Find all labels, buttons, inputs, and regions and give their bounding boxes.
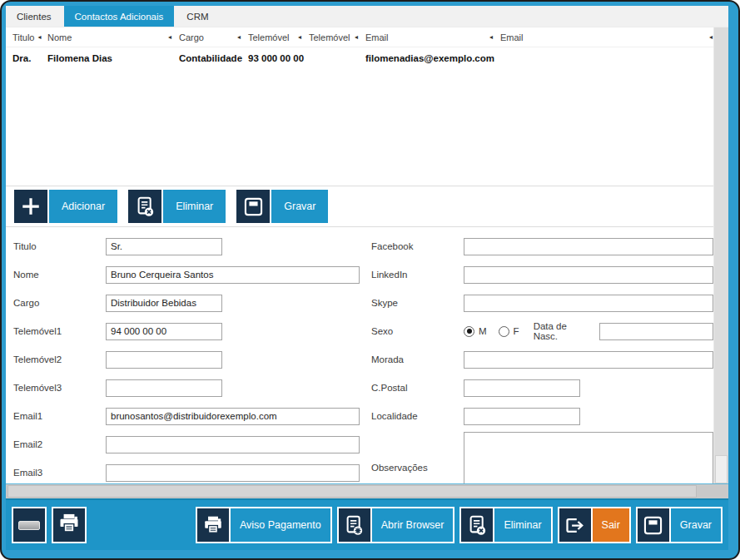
display-icon (18, 521, 40, 530)
morada-label: Morada (371, 354, 464, 364)
print-button[interactable] (52, 507, 87, 543)
horizontal-scrollbar[interactable] (6, 483, 728, 498)
cell-nome: Filomena Dias (41, 47, 172, 69)
tab-bar: Clientes Contactos Adicionais CRM (6, 6, 728, 27)
telemovel1-label: Telemóvel1 (13, 326, 106, 336)
data-nasc-label: Data de Nasc. (534, 321, 592, 341)
column-header-telemovel2[interactable]: Telemóvel ◂ (302, 27, 359, 47)
facebook-field[interactable] (464, 238, 713, 255)
email1-label: Email1 (13, 411, 106, 421)
document-gear-icon (339, 508, 370, 542)
titulo-field[interactable] (106, 238, 222, 255)
contacts-grid: Titulo ◂ Nome ◂ Cargo ◂ Telemóvel (6, 27, 713, 186)
cell-titulo: Dra. (6, 47, 41, 69)
save-icon (236, 190, 270, 223)
column-header-email1[interactable]: Email ◂ (359, 27, 494, 47)
sair-button[interactable]: Sair (558, 507, 631, 543)
cargo-label: Cargo (13, 298, 106, 308)
document-delete-icon (128, 190, 161, 223)
localidade-label: Localidade (371, 411, 464, 421)
email1-field[interactable] (106, 408, 360, 425)
email2-label: Email2 (13, 439, 106, 449)
email3-field[interactable] (106, 464, 360, 482)
skype-field[interactable] (464, 295, 713, 312)
column-header-telemovel1[interactable]: Telemóvel ◂ (241, 27, 302, 47)
toolbar-eliminar-label: Eliminar (493, 508, 550, 542)
radio-m-icon (464, 326, 474, 337)
nome-field[interactable] (106, 266, 360, 284)
tab-clientes[interactable]: Clientes (6, 6, 62, 27)
cell-cargo: Contabilidade (172, 47, 241, 69)
sort-arrow-icon: ◂ (234, 33, 241, 41)
adicionar-label: Adicionar (49, 190, 117, 223)
cell-email1: filomenadias@exemplo.com (359, 47, 494, 69)
table-row[interactable]: Dra. Filomena Dias Contabilidade 93 000 … (6, 47, 713, 69)
telemovel1-field[interactable] (106, 323, 222, 340)
linkedin-label: LinkedIn (371, 270, 464, 280)
cell-telemovel2 (302, 47, 359, 69)
column-header-nome[interactable]: Nome ◂ (41, 27, 172, 47)
sort-arrow-icon: ◂ (165, 33, 172, 41)
eliminar-button[interactable]: Eliminar (128, 190, 226, 223)
telemovel2-label: Telemóvel2 (13, 354, 106, 364)
crud-button-row: Adicionar Eliminar (6, 186, 713, 226)
email3-label: Email3 (13, 468, 106, 478)
telemovel2-field[interactable] (106, 351, 222, 369)
tab-crm[interactable]: CRM (176, 6, 219, 27)
titulo-label: Titulo (13, 241, 106, 251)
vertical-scrollbar[interactable] (713, 27, 728, 483)
grid-header: Titulo ◂ Nome ◂ Cargo ◂ Telemóvel (6, 27, 713, 47)
abrir-browser-label: Abrir Browser (370, 508, 454, 542)
column-header-titulo[interactable]: Titulo ◂ (6, 27, 41, 47)
localidade-field[interactable] (464, 408, 580, 425)
toolbar-gravar-label: Gravar (669, 508, 721, 542)
linkedin-field[interactable] (464, 266, 713, 284)
radio-f-icon (499, 326, 509, 337)
column-header-cargo[interactable]: Cargo ◂ (172, 27, 241, 47)
morada-field[interactable] (464, 351, 713, 369)
aviso-pagamento-button[interactable]: Aviso Pagamento (196, 507, 332, 543)
printer-icon (197, 508, 229, 542)
cpostal-field[interactable] (464, 379, 580, 397)
facebook-label: Facebook (371, 241, 464, 251)
save-icon (638, 508, 669, 542)
exit-icon (559, 508, 591, 542)
sort-arrow-icon: ◂ (351, 33, 359, 41)
printer-icon (57, 512, 81, 538)
cpostal-label: C.Postal (371, 383, 464, 393)
telemovel3-label: Telemóvel3 (13, 383, 106, 393)
observacoes-field[interactable] (464, 432, 713, 483)
horizontal-scrollbar-thumb[interactable] (7, 485, 697, 498)
aviso-pagamento-label: Aviso Pagamento (229, 508, 330, 542)
observacoes-label: Observações (371, 463, 464, 473)
vertical-scrollbar-thumb[interactable] (715, 455, 728, 483)
gravar-label: Gravar (271, 190, 328, 223)
cargo-field[interactable] (106, 295, 222, 312)
sair-label: Sair (591, 508, 629, 542)
sort-arrow-icon: ◂ (486, 33, 494, 41)
adicionar-button[interactable]: Adicionar (14, 190, 117, 223)
eliminar-label: Eliminar (163, 190, 226, 223)
toolbar-eliminar-button[interactable]: Eliminar (459, 507, 552, 543)
document-delete-icon (461, 508, 493, 542)
sexo-f-option[interactable]: F (499, 326, 519, 337)
gravar-button[interactable]: Gravar (236, 190, 328, 223)
column-header-email2[interactable]: Email ◂ (494, 27, 713, 47)
display-button[interactable] (12, 507, 47, 543)
abrir-browser-button[interactable]: Abrir Browser (337, 507, 455, 543)
bottom-toolbar: Aviso Pagamento Abrir Browser (6, 498, 728, 550)
cell-email2 (494, 47, 713, 69)
sort-arrow-icon: ◂ (706, 33, 713, 41)
email2-field[interactable] (106, 436, 360, 453)
nome-label: Nome (13, 270, 106, 280)
toolbar-gravar-button[interactable]: Gravar (636, 507, 723, 543)
sexo-m-option[interactable]: M (464, 326, 487, 337)
plus-icon (14, 190, 47, 223)
data-nasc-field[interactable] (599, 323, 713, 340)
telemovel3-field[interactable] (106, 379, 222, 397)
sexo-label: Sexo (371, 326, 464, 336)
tab-contactos-adicionais[interactable]: Contactos Adicionais (64, 6, 175, 27)
skype-label: Skype (371, 298, 464, 308)
contact-form: Titulo Nome Cargo Telemóvel1 (6, 227, 713, 483)
app-window: Clientes Contactos Adicionais CRM Titulo… (0, 0, 740, 560)
